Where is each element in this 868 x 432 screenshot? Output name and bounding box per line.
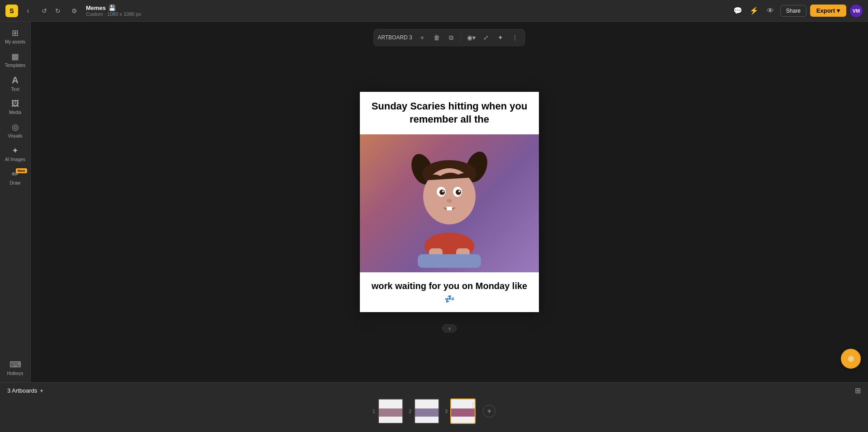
templates-icon: ▦: [11, 52, 19, 62]
my-assets-icon: ⊞: [12, 28, 19, 38]
hotkeys-icon: ⌨: [9, 360, 21, 370]
sidebar-item-my-assets[interactable]: ⊞ My assets: [2, 25, 29, 47]
sidebar-item-text[interactable]: A Text: [2, 72, 29, 95]
meme-bottom-text: work waiting for you on Monday like 💤: [360, 272, 539, 312]
thumbnail-number: 2: [409, 408, 411, 414]
topbar: S ‹ ↺ ↻ ⚙ Memes 💾 Custom · 1080 x 1080 p…: [0, 0, 868, 22]
svg-rect-15: [418, 254, 481, 268]
topbar-right: 💬 ⚡ 👁 Share Export ▾ VM: [731, 5, 863, 17]
thumbnail-top: [379, 399, 402, 408]
canvas-area: ARTBOARD 3 + 🗑 ⧉ ◉ ▾ ⤢ ✦ ⋮ Sunday Scarie…: [31, 22, 868, 382]
add-artboard-button[interactable]: +: [416, 31, 429, 44]
export-chevron-icon: ▾: [837, 7, 840, 14]
artboard-toolbar: ARTBOARD 3 + 🗑 ⧉ ◉ ▾ ⤢ ✦ ⋮: [373, 29, 525, 46]
collapse-handle[interactable]: ∨: [442, 324, 457, 332]
bottom-panel: 3 Artboards ▾ ⊞ 1 2 3: [0, 382, 868, 432]
history-controls: ↺ ↻: [38, 5, 64, 17]
new-badge: New: [16, 168, 27, 173]
save-status-icon: 💾: [108, 5, 116, 11]
fill-icon: ◉: [467, 34, 472, 41]
sidebar-item-label: Draw: [10, 180, 20, 185]
thumbnail-box[interactable]: [378, 399, 403, 424]
sidebar-item-ai-images[interactable]: ✦ AI Images: [2, 143, 29, 165]
thumbnail-more-button[interactable]: ⋮: [467, 399, 479, 411]
meme-image: [360, 134, 539, 272]
thumbnail-top: [415, 399, 439, 408]
resize-button[interactable]: ⤢: [480, 31, 492, 44]
svg-point-9: [458, 190, 460, 192]
magic-button[interactable]: ✦: [494, 31, 507, 44]
sidebar-item-label: Templates: [5, 63, 26, 68]
sidebar-item-label: Text: [11, 87, 19, 92]
export-label: Export: [816, 7, 835, 14]
sidebar: ⊞ My assets ▦ Templates A Text 🖼 Media ◎…: [0, 22, 31, 382]
lightning-icon[interactable]: ⚡: [748, 5, 760, 17]
meme-character-svg: [404, 138, 495, 269]
artboard-name: ARTBOARD 3: [377, 34, 412, 41]
meme-top-text: Sunday Scaries hitting when you remember…: [360, 92, 539, 134]
sidebar-item-label: Media: [9, 110, 21, 115]
thumbnail-number: 3: [445, 408, 448, 414]
sidebar-item-label: Hotkeys: [7, 371, 23, 376]
thumbnail-number: 1: [373, 408, 375, 414]
settings-button[interactable]: ⚙: [68, 5, 80, 17]
thumbnail-bot: [451, 417, 475, 423]
ai-images-icon: ✦: [12, 146, 19, 156]
sidebar-item-label: My assets: [5, 39, 25, 44]
preview-icon[interactable]: 👁: [764, 5, 777, 17]
svg-rect-11: [447, 207, 452, 210]
artboards-chevron-icon[interactable]: ▾: [40, 388, 43, 394]
delete-artboard-button[interactable]: 🗑: [430, 31, 443, 44]
meme-card[interactable]: Sunday Scaries hitting when you remember…: [360, 92, 539, 312]
svg-point-6: [439, 190, 445, 195]
more-options-button[interactable]: ⋮: [509, 31, 521, 44]
thumbnail-item[interactable]: 2: [409, 399, 439, 424]
user-avatar[interactable]: VM: [850, 5, 863, 17]
sidebar-item-visuals[interactable]: ◎ Visuals: [2, 119, 29, 141]
main-body: ⊞ My assets ▦ Templates A Text 🖼 Media ◎…: [0, 22, 868, 382]
grid-view-button[interactable]: ⊞: [855, 386, 861, 395]
media-icon: 🖼: [11, 99, 19, 109]
export-button[interactable]: Export ▾: [810, 5, 846, 17]
sidebar-bottom: ⌨ Hotkeys: [2, 357, 29, 379]
sidebar-item-hotkeys[interactable]: ⌨ Hotkeys: [2, 357, 29, 379]
undo-button[interactable]: ↺: [38, 5, 51, 17]
sidebar-item-label: Visuals: [8, 133, 22, 138]
thumbnail-bot: [379, 417, 402, 423]
svg-point-8: [442, 190, 444, 192]
redo-button[interactable]: ↻: [52, 5, 64, 17]
toolbar-divider: [461, 33, 462, 42]
svg-point-7: [456, 190, 461, 195]
add-artboard-thumbnail-button[interactable]: +: [483, 405, 495, 418]
thumbnail-item[interactable]: 1: [373, 399, 403, 424]
sidebar-item-templates[interactable]: ▦ Templates: [2, 49, 29, 71]
magic-float-button[interactable]: ⊕: [841, 349, 861, 369]
chat-icon[interactable]: 💬: [731, 5, 744, 17]
document-title: Memes 💾 Custom · 1080 x 1080 px: [86, 5, 141, 17]
sidebar-item-draw[interactable]: New ✏ Draw: [2, 166, 29, 188]
thumbnail-bot: [415, 417, 439, 423]
app-logo: S: [5, 5, 18, 17]
bottom-panel-header: 3 Artboards ▾ ⊞: [0, 383, 868, 399]
doc-name: Memes: [86, 5, 106, 11]
text-icon: A: [12, 75, 18, 85]
artboard-thumbnails: 1 2 3 ⋮ +: [0, 399, 868, 424]
fill-button[interactable]: ◉ ▾: [465, 31, 478, 44]
copy-artboard-button[interactable]: ⧉: [445, 31, 458, 44]
visuals-icon: ◎: [12, 122, 19, 132]
svg-point-10: [447, 199, 452, 203]
thumbnail-mid: [415, 408, 439, 417]
thumbnail-box[interactable]: [414, 399, 439, 424]
thumbnail-mid: [379, 408, 402, 417]
doc-subtitle: Custom · 1080 x 1080 px: [86, 11, 141, 17]
back-button[interactable]: ‹: [22, 5, 34, 17]
sidebar-item-label: AI Images: [5, 157, 25, 162]
share-button[interactable]: Share: [780, 5, 807, 17]
fill-chevron-icon: ▾: [472, 34, 476, 41]
artboards-count-label: 3 Artboards: [7, 387, 38, 394]
sidebar-item-media[interactable]: 🖼 Media: [2, 96, 29, 118]
meme-emoji: 💤: [444, 294, 454, 304]
thumbnail-item[interactable]: 3 ⋮: [445, 399, 476, 424]
